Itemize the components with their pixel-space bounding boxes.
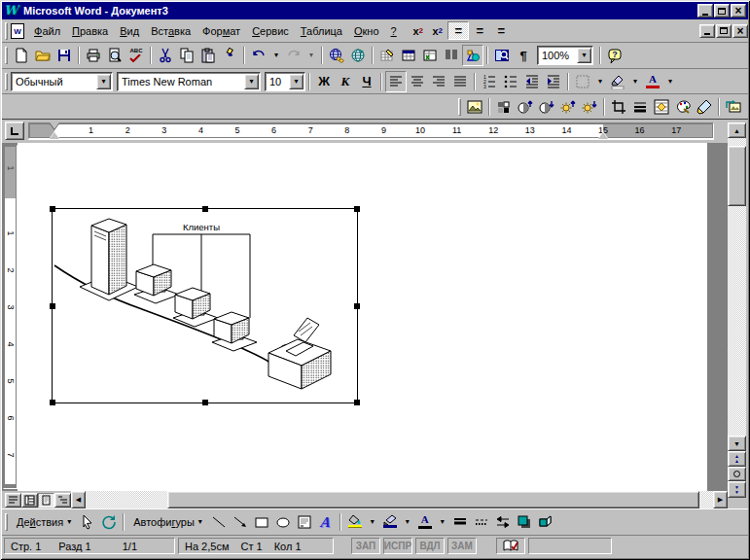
- zoom-dropdown[interactable]: ▾: [577, 48, 591, 63]
- redo-button[interactable]: [283, 45, 304, 66]
- draw-line-style-button[interactable]: [449, 511, 471, 533]
- wordart-button[interactable]: A: [315, 511, 337, 533]
- minimize-button[interactable]: [697, 4, 713, 18]
- menu-item[interactable]: ?: [385, 22, 403, 40]
- rectangle-button[interactable]: [251, 511, 272, 533]
- doc-close-button[interactable]: ×: [732, 24, 748, 38]
- menu-item[interactable]: Вставка: [145, 22, 196, 40]
- resize-handle-e[interactable]: [354, 303, 360, 309]
- show-paragraph-button[interactable]: ¶: [513, 45, 534, 66]
- right-indent-marker[interactable]: [598, 132, 608, 139]
- spacing-oneandhalf-button[interactable]: =: [469, 21, 490, 40]
- subscript-button[interactable]: x2: [428, 21, 447, 40]
- next-page-button[interactable]: ▼▼: [728, 481, 746, 498]
- line-style-button[interactable]: [629, 96, 651, 118]
- insert-table-button[interactable]: [398, 45, 419, 66]
- vertical-scrollbar[interactable]: ▲ ▼ ▲▲ ▼▼: [728, 122, 746, 502]
- print-button[interactable]: [83, 45, 104, 66]
- draw-font-color-dropdown[interactable]: ▾: [436, 511, 449, 533]
- menu-item[interactable]: Правка: [66, 22, 114, 40]
- insert-picture-button[interactable]: [464, 96, 485, 118]
- toolbar-grip[interactable]: [5, 73, 8, 90]
- status-mode-badge[interactable]: ИСПР: [383, 538, 412, 554]
- title-bar[interactable]: W Microsoft Word - Документ3 ×: [2, 2, 748, 19]
- more-brightness-button[interactable]: [557, 96, 579, 118]
- font-size-dropdown[interactable]: ▾: [289, 74, 304, 89]
- open-button[interactable]: [32, 45, 54, 66]
- reset-picture-button[interactable]: [723, 96, 744, 118]
- insert-hyperlink-button[interactable]: [326, 45, 347, 66]
- fill-color-dropdown[interactable]: ▾: [366, 511, 379, 533]
- format-picture-button[interactable]: [672, 96, 694, 118]
- document-icon[interactable]: W: [11, 23, 24, 39]
- style-dropdown[interactable]: ▾: [96, 74, 111, 89]
- resize-handle-nw[interactable]: [50, 206, 55, 212]
- columns-button[interactable]: [441, 45, 462, 66]
- align-left-button[interactable]: [385, 71, 407, 92]
- restore-button[interactable]: [714, 4, 730, 18]
- status-mode-badge[interactable]: ЗАМ: [447, 538, 477, 554]
- justify-button[interactable]: [449, 71, 471, 92]
- outline-view-button[interactable]: [54, 493, 71, 508]
- document-map-button[interactable]: [491, 45, 513, 66]
- text-box-button[interactable]: [294, 511, 315, 533]
- autoshapes-button[interactable]: Автофигуры ▾: [127, 511, 208, 533]
- previous-page-button[interactable]: ▲▲: [728, 451, 746, 467]
- arrow-button[interactable]: [230, 511, 251, 533]
- cut-button[interactable]: [155, 45, 176, 66]
- superscript-button[interactable]: x2: [409, 21, 428, 40]
- hanging-indent-marker[interactable]: [50, 132, 59, 139]
- outside-border-button[interactable]: [572, 71, 593, 92]
- free-rotate-button[interactable]: [98, 511, 120, 533]
- font-combobox[interactable]: Times New Roman ▾: [117, 72, 261, 91]
- threed-button[interactable]: [535, 511, 556, 533]
- resize-handle-ne[interactable]: [354, 206, 360, 212]
- drawing-button[interactable]: [462, 45, 483, 66]
- align-center-button[interactable]: [407, 71, 428, 92]
- menu-item[interactable]: Файл: [28, 22, 66, 40]
- web-layout-view-button[interactable]: [21, 493, 38, 508]
- menu-item[interactable]: Вид: [114, 22, 145, 40]
- font-color-dropdown[interactable]: ▾: [663, 71, 677, 92]
- scroll-down-button[interactable]: ▼: [728, 436, 746, 451]
- zoom-combobox[interactable]: 100% ▾: [537, 46, 593, 65]
- spelling-button[interactable]: ABC: [125, 45, 147, 66]
- less-contrast-button[interactable]: [536, 96, 557, 118]
- highlight-button[interactable]: [607, 71, 628, 92]
- toolbar-grip[interactable]: [5, 47, 8, 64]
- hscroll-track[interactable]: [86, 491, 713, 508]
- close-button[interactable]: ×: [731, 4, 746, 18]
- highlight-dropdown[interactable]: ▾: [628, 71, 642, 92]
- image-control-button[interactable]: [493, 96, 515, 118]
- copy-button[interactable]: [176, 45, 197, 66]
- select-browse-object-button[interactable]: [728, 467, 746, 481]
- fill-color-button[interactable]: [344, 511, 366, 533]
- help-button[interactable]: ?: [604, 45, 625, 66]
- menu-item[interactable]: Таблица: [295, 22, 348, 40]
- undo-button[interactable]: [248, 45, 269, 66]
- doc-minimize-button[interactable]: [699, 24, 715, 38]
- align-right-button[interactable]: [428, 71, 449, 92]
- oval-button[interactable]: [272, 511, 294, 533]
- menu-item[interactable]: Окно: [348, 22, 385, 40]
- format-painter-button[interactable]: [219, 45, 240, 66]
- crop-button[interactable]: [608, 96, 629, 118]
- paste-button[interactable]: [197, 45, 219, 66]
- border-dropdown[interactable]: ▾: [593, 71, 607, 92]
- underline-button[interactable]: Ч: [356, 71, 377, 92]
- scroll-left-button[interactable]: ◀: [71, 491, 86, 508]
- redo-dropdown[interactable]: ▾: [304, 45, 318, 66]
- line-color-dropdown[interactable]: ▾: [401, 511, 414, 533]
- normal-view-button[interactable]: [5, 493, 21, 508]
- menu-item[interactable]: Формат: [196, 22, 246, 40]
- resize-handle-se[interactable]: [354, 400, 360, 405]
- resize-handle-w[interactable]: [50, 303, 55, 309]
- tables-and-borders-button[interactable]: [376, 45, 398, 66]
- save-button[interactable]: [54, 45, 75, 66]
- draw-font-color-button[interactable]: A: [414, 511, 436, 533]
- more-contrast-button[interactable]: [515, 96, 536, 118]
- scroll-right-button[interactable]: ▶: [713, 491, 728, 508]
- italic-button[interactable]: К: [335, 71, 356, 92]
- print-layout-view-button[interactable]: [38, 493, 54, 508]
- line-color-button[interactable]: [379, 511, 401, 533]
